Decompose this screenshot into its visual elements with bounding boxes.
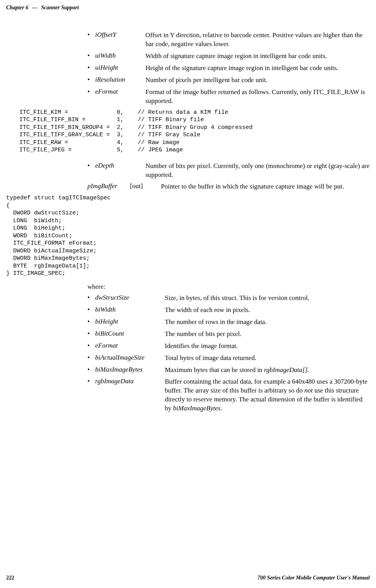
where-desc: Maximum bytes that can be stored in rgbI… <box>165 366 370 375</box>
bullet-icon: • <box>87 377 95 413</box>
page-footer: 222 700 Series Color Mobile Computer Use… <box>6 575 370 581</box>
param-desc: Number of pixels per intelligent bar cod… <box>145 76 370 85</box>
bullet-icon: • <box>87 294 95 303</box>
where-row: •biMaxImageBytesMaximum bytes that can b… <box>87 366 370 375</box>
param-row: •uiWidthWidth of signature capture image… <box>87 52 370 61</box>
param-list-1: •iOffsetYOffset in Y direction, relative… <box>87 31 370 106</box>
where-row: •biHeightThe number of rows in the image… <box>87 318 370 327</box>
param-desc: Height of the signature capture image re… <box>145 64 370 73</box>
param-desc: Offset in Y direction, relative to barco… <box>145 31 370 49</box>
where-name: biActualImageSize <box>95 354 165 363</box>
where-desc: Total bytes of image data returned. <box>165 354 370 363</box>
param-name: eDepth <box>95 162 145 180</box>
bullet-icon: • <box>87 330 95 339</box>
bullet-icon: • <box>87 52 95 61</box>
where-name: biWidth <box>95 306 165 315</box>
where-row: •biWidthThe width of each row in pixels. <box>87 306 370 315</box>
where-row: •rgbImageDataBuffer containing the actua… <box>87 377 370 413</box>
where-name: eFormat <box>95 342 165 351</box>
where-row: •biBitCountThe number of bits per pixel. <box>87 330 370 339</box>
bullet-icon: • <box>87 306 95 315</box>
param-list-2: •eDepthNumber of bits per pixel. Current… <box>87 162 370 180</box>
param-desc: Width of signature capture image region … <box>145 52 370 61</box>
bullet-icon: • <box>87 354 95 363</box>
where-desc: Size, in bytes, of this struct. This is … <box>165 294 370 303</box>
pimgbuffer-row: pImgBuffer [out] Pointer to the buffer i… <box>87 182 370 191</box>
where-desc: Identifies the image format. <box>165 342 370 351</box>
where-list: •dwStructSizeSize, in bytes, of this str… <box>87 294 370 413</box>
bullet-icon: • <box>87 366 95 375</box>
pimg-name: pImgBuffer <box>87 182 130 191</box>
param-desc: Format of the image buffer returned as f… <box>145 88 370 106</box>
pimg-desc: Pointer to the buffer in which the signa… <box>161 182 370 191</box>
pimg-dir: [out] <box>130 182 161 191</box>
param-row: •eFormatFormat of the image buffer retur… <box>87 88 370 106</box>
bullet-icon: • <box>87 88 95 106</box>
header-title: Scanner Support <box>41 5 79 10</box>
param-row: •uiHeightHeight of the signature capture… <box>87 64 370 73</box>
bullet-icon: • <box>87 31 95 49</box>
bullet-icon: • <box>87 64 95 73</box>
bullet-icon: • <box>87 162 95 180</box>
bullet-icon: • <box>87 76 95 85</box>
where-row: •dwStructSizeSize, in bytes, of this str… <box>87 294 370 303</box>
page-content: •iOffsetYOffset in Y direction, relative… <box>6 31 370 416</box>
where-name: biBitCount <box>95 330 165 339</box>
where-label: where: <box>87 283 370 291</box>
where-name: rgbImageData <box>95 377 165 413</box>
where-desc: Buffer containing the actual data, for e… <box>165 377 370 413</box>
page-header: Chapter 6 — Scanner Support <box>6 5 370 11</box>
italic-text: biMaxImageBytes <box>173 405 220 412</box>
italic-text: rgbImageData[] <box>264 366 308 374</box>
header-sep: — <box>32 5 38 10</box>
header-left: Chapter 6 — Scanner Support <box>6 5 79 11</box>
bullet-icon: • <box>87 318 95 327</box>
param-row: •eDepthNumber of bits per pixel. Current… <box>87 162 370 180</box>
footer-title: 700 Series Color Mobile Computer User's … <box>258 575 370 581</box>
where-row: •eFormatIdentifies the image format. <box>87 342 370 351</box>
enum-code-block: ITC_FILE_KIM = 0, // Returns data a KIM … <box>12 109 370 154</box>
where-desc: The number of bits per pixel. <box>165 330 370 339</box>
param-name: uiHeight <box>95 64 145 73</box>
bullet-icon: • <box>87 342 95 351</box>
footer-page: 222 <box>6 575 14 581</box>
param-name: iResolution <box>95 76 145 85</box>
chapter-label: Chapter 6 <box>6 5 28 10</box>
param-row: •iOffsetYOffset in Y direction, relative… <box>87 31 370 49</box>
where-desc: The width of each row in pixels. <box>165 306 370 315</box>
param-name: uiWidth <box>95 52 145 61</box>
where-name: biMaxImageBytes <box>95 366 165 375</box>
where-name: dwStructSize <box>95 294 165 303</box>
param-name: eFormat <box>95 88 145 106</box>
italic-text: not <box>304 387 313 394</box>
param-row: •iResolutionNumber of pixels per intelli… <box>87 76 370 85</box>
typedef-code-block: typedef struct tagITCImageSpec { DWORD d… <box>6 194 370 278</box>
where-desc: The number of rows in the image data. <box>165 318 370 327</box>
where-row: •biActualImageSizeTotal bytes of image d… <box>87 354 370 363</box>
param-desc: Number of bits per pixel. Currently, onl… <box>145 162 370 180</box>
where-name: biHeight <box>95 318 165 327</box>
param-name: iOffsetY <box>95 31 145 49</box>
